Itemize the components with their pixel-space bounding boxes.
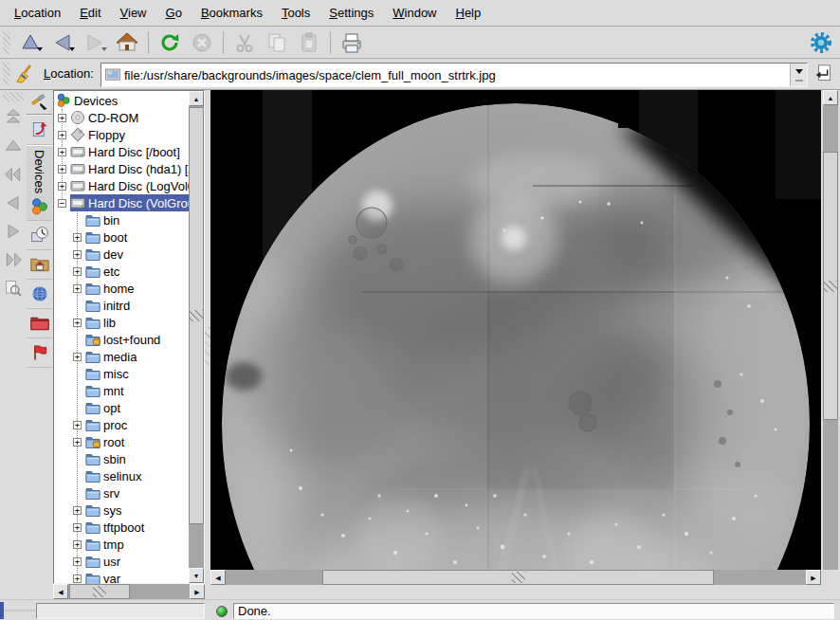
expander-plus[interactable]: + xyxy=(73,284,82,293)
expander-plus[interactable]: + xyxy=(58,131,66,139)
view-vscroll-track[interactable] xyxy=(823,420,838,570)
tree-item-hard-disc-hda1[interactable]: +Hard Disc (hda1) [/ xyxy=(58,160,189,177)
tree-item-media[interactable]: +media xyxy=(73,348,189,365)
tree-item-dev[interactable]: +dev xyxy=(73,246,189,263)
expander-plus[interactable]: + xyxy=(73,233,82,242)
tree-hscroll-thumb[interactable] xyxy=(69,584,130,599)
tree-item-sbin[interactable]: sbin xyxy=(73,450,189,467)
view-hscroll-track[interactable] xyxy=(226,570,322,585)
view-vscroll-thumb[interactable] xyxy=(823,152,838,420)
tree-item-tftpboot[interactable]: +tftpboot xyxy=(73,519,189,536)
expander-plus[interactable]: + xyxy=(58,148,66,156)
forward-button[interactable] xyxy=(79,28,111,57)
tree-item-hard-disc-volgrou[interactable]: −Hard Disc (VolGrou xyxy=(58,194,189,211)
reload-button[interactable] xyxy=(154,28,186,57)
menu-tools[interactable]: Tools xyxy=(273,2,319,24)
home-button[interactable] xyxy=(111,28,143,57)
cut-button[interactable] xyxy=(228,28,261,57)
location-combobox[interactable] xyxy=(100,63,808,87)
tree-item-bin[interactable]: bin xyxy=(73,211,189,228)
tree-item-floppy[interactable]: +Floppy xyxy=(58,126,189,143)
back-button[interactable] xyxy=(46,28,79,57)
menu-edit[interactable]: Edit xyxy=(71,2,109,24)
tree-item-proc[interactable]: +proc xyxy=(73,416,189,433)
tree-item-home[interactable]: +home xyxy=(73,280,189,297)
tree-item-opt[interactable]: opt xyxy=(73,399,189,416)
tree-item-devices[interactable]: Devices xyxy=(56,92,189,109)
tree-vscroll-track[interactable] xyxy=(189,524,204,568)
menu-go[interactable]: Go xyxy=(157,2,191,24)
menu-location[interactable]: Location xyxy=(6,2,69,24)
scroll-right-arrow[interactable]: ▶ xyxy=(806,570,821,585)
scroll-double-up-button[interactable] xyxy=(1,103,26,132)
menu-settings[interactable]: Settings xyxy=(320,2,382,24)
menu-view[interactable]: View xyxy=(112,2,155,24)
scroll-left-arrow[interactable]: ◀ xyxy=(210,570,226,585)
location-toolbar-drag-handle[interactable] xyxy=(3,63,10,85)
scroll-up-button[interactable] xyxy=(1,132,26,160)
tree-item-sys[interactable]: +sys xyxy=(73,501,189,519)
history-forward-button[interactable] xyxy=(1,217,26,246)
expander-plus[interactable]: + xyxy=(73,438,82,447)
tab-history[interactable] xyxy=(27,221,52,250)
expander-minus[interactable]: − xyxy=(58,199,66,208)
tree-item-usr[interactable]: +usr xyxy=(73,553,189,570)
expander-plus[interactable]: + xyxy=(58,165,66,173)
tree-item-mnt[interactable]: mnt xyxy=(73,382,189,399)
tab-services[interactable] xyxy=(27,338,52,368)
scroll-down-arrow[interactable]: ▼ xyxy=(189,568,204,583)
history-back-button[interactable] xyxy=(1,189,26,217)
tree-item-initrd[interactable]: initrd xyxy=(73,297,189,314)
tab-bookmarks[interactable] xyxy=(27,116,52,145)
tab-network[interactable] xyxy=(27,280,52,309)
expander-plus[interactable]: + xyxy=(73,557,82,566)
tree-hscroll-track[interactable] xyxy=(130,584,190,599)
tree-item-misc[interactable]: misc xyxy=(73,365,189,382)
scroll-up-arrow[interactable]: ▲ xyxy=(189,91,204,106)
expander-plus[interactable]: + xyxy=(73,540,82,549)
copy-button[interactable] xyxy=(261,28,293,57)
tree-item-lib[interactable]: +lib xyxy=(73,314,189,331)
tree-item-var[interactable]: +var xyxy=(73,570,189,584)
konqueror-logo-button[interactable] xyxy=(805,28,837,57)
tree-item-root[interactable]: +root xyxy=(73,433,189,450)
tree-item-tmp[interactable]: +tmp xyxy=(73,536,189,553)
view-vscroll-track[interactable] xyxy=(823,105,838,152)
tree-item-srv[interactable]: srv xyxy=(73,484,189,501)
menu-window[interactable]: Window xyxy=(384,2,445,24)
go-button[interactable] xyxy=(813,63,835,85)
tree-item-boot[interactable]: +boot xyxy=(73,228,189,246)
expander-plus[interactable]: + xyxy=(73,250,82,259)
scroll-right-arrow[interactable]: ▶ xyxy=(190,584,205,599)
location-input[interactable] xyxy=(124,68,790,82)
tab-home[interactable] xyxy=(27,250,52,280)
tree-item-hard-disc-boot[interactable]: +Hard Disc [/boot] xyxy=(58,143,189,160)
history-double-forward-button[interactable] xyxy=(1,246,26,274)
find-preview-button[interactable] xyxy=(1,274,26,302)
tree-vscroll-thumb[interactable] xyxy=(189,107,204,524)
location-dropdown-button[interactable] xyxy=(790,64,807,86)
tab-devices[interactable]: Devices xyxy=(27,145,52,221)
tree-item-selinux[interactable]: selinux xyxy=(73,467,189,484)
expander-plus[interactable]: + xyxy=(73,421,82,429)
tree-item-hard-disc-logvol0[interactable]: +Hard Disc (LogVol0 xyxy=(58,177,189,194)
expander-plus[interactable]: + xyxy=(73,319,82,327)
expander-plus[interactable]: + xyxy=(73,353,82,361)
up-button[interactable] xyxy=(14,28,46,57)
side-nav-drag-handle[interactable] xyxy=(3,92,24,101)
menu-bookmarks[interactable]: Bookmarks xyxy=(192,2,271,24)
scroll-left-arrow[interactable]: ◀ xyxy=(53,584,68,599)
expander-plus[interactable]: + xyxy=(58,182,66,191)
view-hscroll-track[interactable] xyxy=(714,570,806,585)
tree-item-etc[interactable]: +etc xyxy=(73,263,189,280)
tab-root[interactable] xyxy=(27,309,52,338)
expander-plus[interactable]: + xyxy=(73,506,82,515)
scroll-up-arrow[interactable]: ▲ xyxy=(823,90,838,105)
tree-item-lost-found[interactable]: lost+found xyxy=(73,331,189,348)
expander-plus[interactable]: + xyxy=(73,267,82,276)
toolbar-drag-handle[interactable] xyxy=(3,31,10,54)
paste-button[interactable] xyxy=(293,28,325,57)
tree-item-cd-rom[interactable]: +CD-ROM xyxy=(58,109,189,126)
sidebar-config-button[interactable] xyxy=(27,90,52,116)
expander-plus[interactable]: + xyxy=(73,574,82,583)
